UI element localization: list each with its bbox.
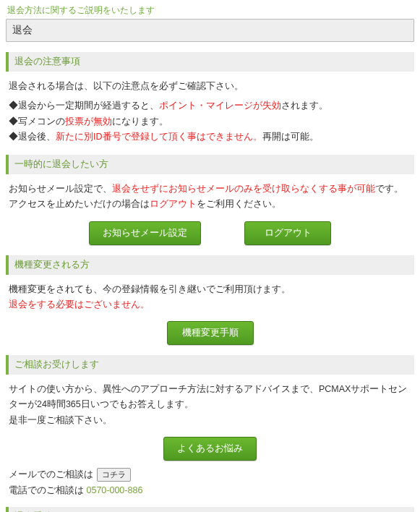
text: 再開は可能。 bbox=[262, 132, 319, 142]
text: をご利用ください。 bbox=[197, 199, 281, 209]
text: ◆退会後、 bbox=[9, 132, 56, 142]
model-change-steps-button[interactable]: 機種変更手順 bbox=[167, 321, 254, 345]
text-warning: ポイント・マイレージが失効 bbox=[159, 101, 281, 111]
text: です。 bbox=[375, 184, 403, 194]
mail-consult-button[interactable]: コチラ bbox=[97, 468, 131, 482]
text-warning: 投票が無効 bbox=[65, 116, 112, 127]
page-intro: 退会方法に関するご説明をいたします bbox=[7, 5, 414, 16]
text: お知らせメール設定で、 bbox=[9, 184, 112, 194]
text: になります。 bbox=[112, 116, 168, 127]
notes-lead: 退会される場合は、以下の注意点を必ずご確認下さい。 bbox=[9, 79, 411, 94]
text-warning: 退会をせずにお知らせメールのみを受け取らなくする事が可能 bbox=[112, 184, 375, 194]
model-change-body: 機種変更をされても、今の登録情報を引き継いでご利用頂けます。 退会をする必要はご… bbox=[9, 282, 411, 313]
temporary-body: お知らせメール設定で、退会をせずにお知らせメールのみを受け取らなくする事が可能で… bbox=[9, 182, 411, 213]
text-warning: 新たに別ID番号で登録して頂く事はできません。 bbox=[56, 132, 262, 142]
phone-consult-row: 電話でのご相談は 0570-000-886 bbox=[9, 485, 411, 497]
consult-body: サイトの使い方から、異性へのアプローチ方法に対するアドバイスまで、PCMAXサポ… bbox=[9, 382, 411, 428]
text-warning: ログアウト bbox=[150, 199, 197, 209]
phone-consult-label: 電話でのご相談は bbox=[9, 485, 86, 495]
text: されます。 bbox=[281, 101, 328, 111]
section-header-temporary: 一時的に退会したい方 bbox=[6, 155, 414, 174]
phone-number: 0570-000-886 bbox=[86, 485, 142, 495]
notes-bullet-3: ◆退会後、新たに別ID番号で登録して頂く事はできません。再開は可能。 bbox=[9, 129, 411, 145]
page-title: 退会 bbox=[6, 19, 414, 42]
text: ◆写メコンの bbox=[9, 116, 65, 127]
section-header-withdrawal: 退会手続き bbox=[6, 507, 414, 512]
mail-consult-row: メールでのご相談は コチラ bbox=[9, 468, 411, 482]
text-warning: 退会をする必要はございません。 bbox=[9, 299, 150, 310]
text: アクセスを止めたいだけの場合は bbox=[9, 199, 150, 209]
section-header-notes: 退会の注意事項 bbox=[6, 52, 414, 72]
text: ◆退会から一定期間が経過すると、 bbox=[9, 101, 159, 111]
text: 機種変更をされても、今の登録情報を引き継いでご利用頂けます。 bbox=[9, 284, 291, 294]
section-header-consult: ご相談お受けします bbox=[6, 355, 414, 375]
logout-button[interactable]: ログアウト bbox=[244, 221, 331, 245]
section-header-model-change: 機種変更される方 bbox=[6, 255, 414, 275]
notes-bullet-2: ◆写メコンの投票が無効になります。 bbox=[9, 114, 411, 129]
mail-consult-label: メールでのご相談は bbox=[9, 469, 93, 479]
notes-bullets: ◆退会から一定期間が経過すると、ポイント・マイレージが失効されます。 ◆写メコン… bbox=[9, 98, 411, 145]
mail-settings-button[interactable]: お知らせメール設定 bbox=[89, 221, 201, 245]
faq-button[interactable]: よくあるお悩み bbox=[163, 437, 257, 461]
notes-bullet-1: ◆退会から一定期間が経過すると、ポイント・マイレージが失効されます。 bbox=[9, 98, 411, 114]
